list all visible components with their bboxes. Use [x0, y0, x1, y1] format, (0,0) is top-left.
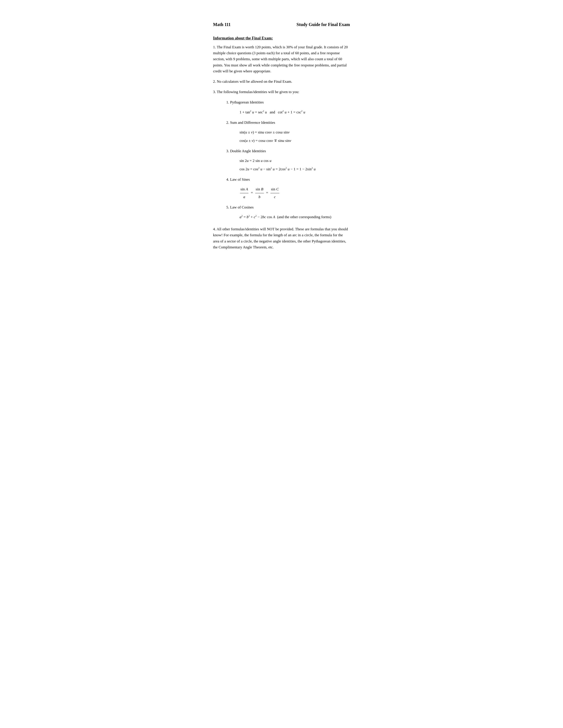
double-angle-formula: sin 2u = 2 sin u cos u cos 2u = cos2 u −… [239, 157, 350, 173]
pythagorean-label: 1. Pythagorean Identities [226, 99, 350, 105]
double-angle-label: 3. Double Angle Identities [226, 148, 350, 154]
sum-difference-label: 2. Sum and Difference Identities [226, 120, 350, 126]
sin-c-over-c: sin C c [270, 186, 279, 201]
law-of-cosines: 5. Law of Cosines a2 = b2 + c2 − 2bc cos… [226, 204, 350, 221]
double-angle-identities: 3. Double Angle Identities sin 2u = 2 si… [226, 148, 350, 173]
pythagorean-formula: 1 + tan2 u = sec2 u and cot2 u + 1 = csc… [239, 109, 350, 116]
sin-b-over-b: sin B b [255, 186, 263, 201]
cos-sum-formula: cos(u ± v) = cosu cosv ∓ sinu sinv [239, 137, 350, 144]
cosines-formula-text: a2 = b2 + c2 − 2bc cos A (and the other … [239, 215, 331, 219]
law-of-sines-label: 4. Law of Sines [226, 176, 350, 182]
sum-difference-identities: 2. Sum and Difference Identities sin(u ±… [226, 120, 350, 144]
document-title: Study Guide for Final Exam [297, 22, 350, 27]
sin-sum-formula: sin(u ± v) = sinu cosv ± cosu sinv [239, 129, 350, 136]
law-of-cosines-formula: a2 = b2 + c2 − 2bc cos A (and the other … [239, 213, 350, 221]
pythagorean-formula-text: 1 + tan2 u = sec2 u and cot2 u + 1 = csc… [239, 110, 305, 114]
cos-double-formula: cos 2u = cos2 u − sin2 u = 2cos2 u − 1 =… [239, 165, 350, 173]
law-of-cosines-label: 5. Law of Cosines [226, 204, 350, 210]
section-heading: Information about the Final Exam: [213, 36, 350, 41]
law-of-sines-formula: sin A a = sin B b = sin C c [239, 186, 350, 201]
item-2-text: 2. No calculators will be allowed on the… [213, 79, 350, 84]
item-1-text: 1. The Final Exam is worth 120 points, w… [213, 44, 350, 74]
item-4-text: 4. All other formulas/identities will NO… [213, 226, 350, 250]
page: Math 111 Study Guide for Final Exam Info… [195, 9, 368, 268]
page-header: Math 111 Study Guide for Final Exam [213, 22, 350, 27]
item-3-intro: 3. The following formulas/identities wil… [213, 89, 350, 95]
sin-double-formula: sin 2u = 2 sin u cos u [239, 157, 350, 165]
sines-fraction-group: sin A a = sin B b = sin C c [239, 191, 280, 195]
sin-a-over-a: sin A a [240, 186, 248, 201]
formulas-list: 1. Pythagorean Identities 1 + tan2 u = s… [226, 99, 350, 221]
course-title: Math 111 [213, 22, 230, 27]
sum-difference-formula: sin(u ± v) = sinu cosv ± cosu sinv cos(u… [239, 129, 350, 144]
pythagorean-identities: 1. Pythagorean Identities 1 + tan2 u = s… [226, 99, 350, 116]
law-of-sines: 4. Law of Sines sin A a = sin B b = sin … [226, 176, 350, 201]
